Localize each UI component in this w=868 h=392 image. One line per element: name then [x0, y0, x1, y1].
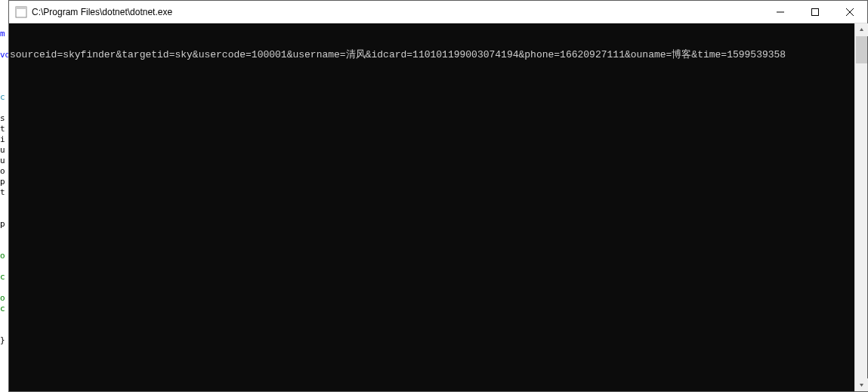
titlebar[interactable]: C:\Program Files\dotnet\dotnet.exe	[9, 1, 867, 23]
console-window: C:\Program Files\dotnet\dotnet.exe sourc…	[8, 0, 868, 392]
close-button[interactable]	[832, 1, 867, 23]
maximize-button[interactable]	[798, 1, 832, 23]
window-title: C:\Program Files\dotnet\dotnet.exe	[32, 7, 763, 17]
code-fragment: o	[0, 251, 5, 261]
code-fragment: s	[0, 113, 5, 124]
console-output[interactable]: sourceid=skyfinder&targetid=sky&usercode…	[9, 23, 854, 391]
code-fragment: p	[0, 177, 5, 187]
background-code-strip: m vo c s t i u u o p t p o c o c }	[0, 0, 8, 392]
svg-rect-1	[16, 7, 26, 9]
code-fragment: o	[0, 166, 5, 177]
code-fragment: m	[0, 29, 5, 39]
code-fragment: c	[0, 304, 5, 314]
code-fragment: u	[0, 145, 5, 156]
code-fragment: c	[0, 92, 5, 103]
code-fragment: t	[0, 187, 5, 198]
scroll-up-button[interactable]	[855, 23, 868, 36]
svg-rect-3	[812, 8, 819, 15]
window-controls	[763, 1, 867, 23]
vertical-scrollbar[interactable]	[854, 23, 867, 391]
code-fragment: }	[0, 335, 5, 346]
console-line: sourceid=skyfinder&targetid=sky&usercode…	[9, 49, 854, 61]
app-icon	[15, 6, 27, 18]
scroll-thumb[interactable]	[856, 36, 867, 63]
minimize-button[interactable]	[763, 1, 798, 23]
code-fragment: t	[0, 124, 5, 134]
code-fragment: i	[0, 134, 5, 145]
code-fragment: u	[0, 156, 5, 166]
code-fragment: o	[0, 293, 5, 304]
code-fragment: p	[0, 219, 5, 230]
scroll-down-button[interactable]	[855, 378, 868, 391]
code-fragment: c	[0, 272, 5, 282]
console-area: sourceid=skyfinder&targetid=sky&usercode…	[9, 23, 867, 391]
